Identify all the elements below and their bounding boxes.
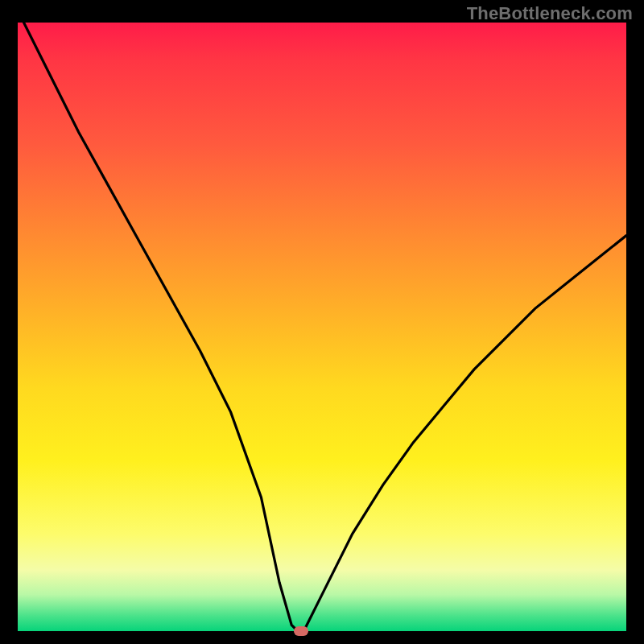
optimal-marker-icon [294,626,308,636]
watermark-text: TheBottleneck.com [467,3,633,24]
plot-inner [18,23,626,631]
bottleneck-curve [18,23,626,631]
plot-area [18,23,626,631]
chart-frame: TheBottleneck.com [0,0,644,644]
